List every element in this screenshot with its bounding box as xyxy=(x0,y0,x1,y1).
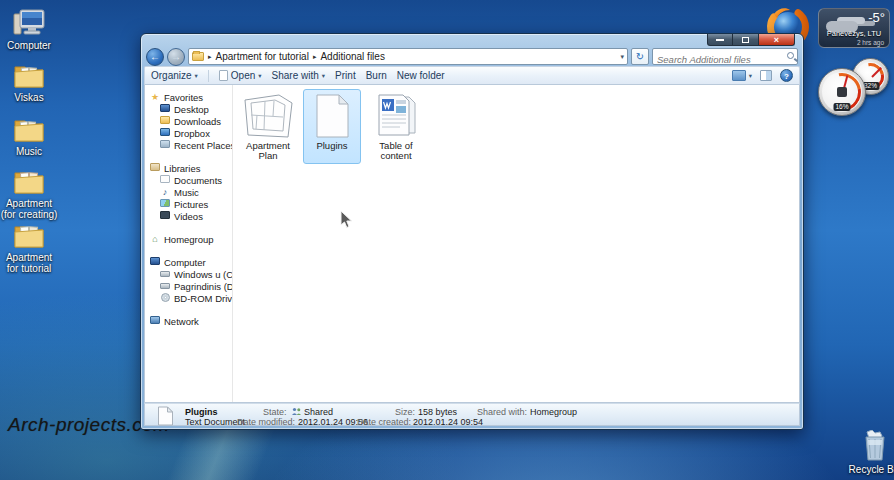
address-bar-row: ← → ▸ Apartment for tutorial ▸ Additiona… xyxy=(144,47,800,66)
forward-button[interactable]: → xyxy=(167,48,185,66)
network-icon xyxy=(150,316,160,326)
desktop-icon-recycle-bin[interactable]: Recycle Bin xyxy=(846,430,894,475)
maximize-button[interactable] xyxy=(733,34,759,46)
breadcrumb-segment-1[interactable]: Apartment for tutorial xyxy=(216,51,309,62)
section-label: Computer xyxy=(164,257,206,268)
forward-arrow-icon: → xyxy=(171,51,181,62)
sidebar-item-drive-d[interactable]: Pagrindinis (D:) xyxy=(150,280,232,292)
search-input[interactable] xyxy=(653,52,797,67)
file-plugins-selected[interactable]: Plugins xyxy=(303,89,361,164)
desktop-icon-music[interactable]: Music xyxy=(0,112,58,157)
desktop-icon-computer[interactable]: Computer xyxy=(0,6,58,51)
sidebar-section-favorites[interactable]: ★ Favorites xyxy=(150,91,232,103)
pictures-icon xyxy=(160,199,170,209)
sidebar-item-music[interactable]: ♪ Music xyxy=(150,186,232,198)
back-button[interactable]: ← xyxy=(146,48,164,66)
text-file-icon xyxy=(305,92,359,140)
disc-drive-icon xyxy=(160,293,170,304)
videos-icon xyxy=(160,211,170,221)
sidebar-item-bdrom-drive[interactable]: BD-ROM Drive (F:) V xyxy=(150,292,232,304)
print-button[interactable]: Print xyxy=(335,70,356,81)
address-dropdown-icon[interactable]: ▾ xyxy=(620,53,624,61)
details-modified-label: Date modified: xyxy=(237,417,295,427)
details-shared-with-value: Homegroup xyxy=(530,407,577,417)
burn-button[interactable]: Burn xyxy=(366,70,387,81)
change-view-button[interactable]: ▾ xyxy=(732,70,752,81)
item-label: BD-ROM Drive (F:) V xyxy=(174,293,232,304)
share-label: Share with xyxy=(272,70,319,81)
weather-gadget[interactable]: -5° Panevėžys, LTU 2 hrs ago xyxy=(818,8,890,48)
organize-button[interactable]: Organize ▾ xyxy=(151,70,198,81)
section-label: Libraries xyxy=(164,163,200,174)
sidebar-item-desktop[interactable]: Desktop xyxy=(150,103,232,115)
music-note-icon: ♪ xyxy=(160,187,170,197)
toolbar: Organize ▾ Open ▾ Share with ▾ Print Bur… xyxy=(144,66,800,85)
sidebar-item-pictures[interactable]: Pictures xyxy=(150,198,232,210)
preview-pane-button[interactable] xyxy=(760,70,772,81)
open-label: Open xyxy=(231,70,255,81)
item-label: Videos xyxy=(174,211,203,222)
new-folder-button[interactable]: New folder xyxy=(397,70,445,81)
file-apartment-plan[interactable]: Apartment Plan xyxy=(239,89,297,164)
cpu-meter-gadget[interactable]: 16% xyxy=(818,68,866,116)
desktop-icon-label: Apartment for tutorial xyxy=(0,252,58,274)
section-label: Homegroup xyxy=(164,234,214,245)
homegroup-icon: ⌂ xyxy=(150,234,160,244)
window-titlebar[interactable]: × xyxy=(144,34,800,47)
details-state-value: Shared xyxy=(304,407,333,417)
sidebar-section-computer[interactable]: Computer xyxy=(150,256,232,268)
star-icon: ★ xyxy=(150,92,160,102)
sidebar-section-homegroup[interactable]: ⌂ Homegroup xyxy=(150,233,232,245)
file-list-area[interactable]: Apartment Plan Plugins xyxy=(233,85,799,402)
desktop-icon-apartment-tutorial[interactable]: Apartment for tutorial xyxy=(0,218,58,274)
folder-icon xyxy=(0,112,58,144)
file-label: Apartment Plan xyxy=(241,141,295,161)
sidebar-section-network[interactable]: Network xyxy=(150,315,232,327)
file-label: Table of content xyxy=(369,141,423,161)
refresh-button[interactable]: ↻ xyxy=(631,48,649,65)
shared-people-icon xyxy=(291,407,302,416)
folder-icon xyxy=(0,164,58,196)
breadcrumb-separator-icon: ▸ xyxy=(313,53,317,61)
details-shared-with-label: Shared with: xyxy=(477,407,527,417)
selected-file-icon xyxy=(157,406,174,428)
details-pane: Plugins Text Document State: Shared Date… xyxy=(144,403,800,426)
weather-temperature: -5° xyxy=(868,10,885,25)
open-button[interactable]: Open ▾ xyxy=(219,70,262,81)
sidebar-item-recent-places[interactable]: Recent Places xyxy=(150,139,232,151)
help-button[interactable]: ? xyxy=(780,69,793,82)
address-bar[interactable]: ▸ Apartment for tutorial ▸ Additional fi… xyxy=(188,48,628,65)
folder-icon xyxy=(0,218,58,250)
dropbox-icon xyxy=(160,128,170,138)
toolbar-divider xyxy=(208,70,209,82)
search-box[interactable] xyxy=(652,48,798,65)
sidebar-item-dropbox[interactable]: Dropbox xyxy=(150,127,232,139)
downloads-icon xyxy=(160,116,170,126)
item-label: Dropbox xyxy=(174,128,210,139)
desktop-icon-viskas[interactable]: Viskas xyxy=(0,58,58,103)
item-label: Music xyxy=(174,187,199,198)
close-button[interactable]: × xyxy=(759,34,795,46)
sidebar-section-libraries[interactable]: Libraries xyxy=(150,162,232,174)
weather-location: Panevėžys, LTU xyxy=(819,29,889,38)
gauge-core xyxy=(837,87,847,97)
item-label: Windows u (C:) xyxy=(174,269,232,280)
file-table-of-content[interactable]: Table of content xyxy=(367,89,425,164)
item-label: Documents xyxy=(174,175,222,186)
cpu-percentage: 16% xyxy=(833,103,850,111)
item-label: Desktop xyxy=(174,104,209,115)
mouse-cursor xyxy=(340,210,354,234)
sidebar-item-drive-c[interactable]: Windows u (C:) xyxy=(150,268,232,280)
sidebar-item-documents[interactable]: Documents xyxy=(150,174,232,186)
views-icon xyxy=(732,70,746,81)
share-with-button[interactable]: Share with ▾ xyxy=(272,70,326,81)
sidebar-item-downloads[interactable]: Downloads xyxy=(150,115,232,127)
floor-plan-file-icon xyxy=(241,92,295,140)
file-label: Plugins xyxy=(305,141,359,151)
refresh-icon: ↻ xyxy=(636,51,644,62)
computer-icon xyxy=(0,6,58,38)
minimize-button[interactable] xyxy=(707,34,733,46)
desktop-icon-apartment-creating[interactable]: Apartment (for creating) xyxy=(0,164,58,220)
sidebar-item-videos[interactable]: Videos xyxy=(150,210,232,222)
breadcrumb-segment-2[interactable]: Additional files xyxy=(320,51,384,62)
